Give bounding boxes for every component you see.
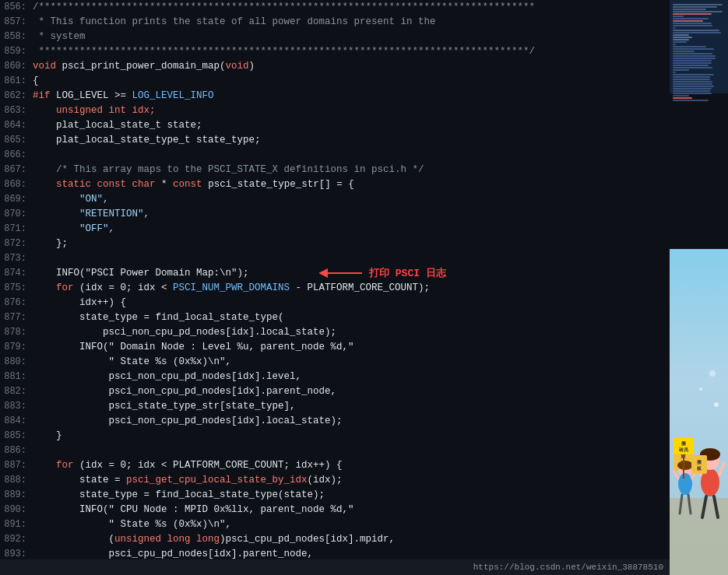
code-line: 870: "RETENTION", (0, 207, 670, 222)
line-number: 882: (0, 384, 33, 399)
svg-line-16 (673, 471, 678, 479)
line-text: state = psci_get_cpu_local_state_by_idx(… (33, 473, 343, 488)
line-text: " State %s (0x%x)\n", (33, 517, 231, 532)
code-editor: 856:/***********************************… (0, 0, 670, 575)
code-line: 881: psci_non_cpu_pd_nodes[idx].level, (0, 370, 670, 384)
minimap[interactable] (670, 0, 728, 249)
code-line: 886: (0, 444, 670, 458)
line-number: 880: (0, 355, 33, 370)
line-number: 859: (0, 44, 33, 59)
line-number: 878: (0, 325, 33, 340)
line-text: psci_non_cpu_pd_nodes[idx].level, (33, 370, 301, 384)
line-text: unsigned int idx; (33, 103, 156, 118)
line-number: 876: (0, 296, 33, 310)
code-line: 871: "OFF", (0, 222, 670, 237)
line-text: (unsigned long long)psci_cpu_pd_nodes[id… (33, 532, 395, 547)
blog-url: https://blog.csdn.net/weixin_38878510 (473, 563, 663, 572)
line-text: " State %s (0x%x)\n", (33, 355, 231, 370)
svg-text:搬: 搬 (681, 440, 687, 447)
svg-text:搬: 搬 (696, 459, 702, 465)
code-line: 889: state_type = find_local_state_type(… (0, 488, 670, 503)
line-text: psci_non_cpu_pd_nodes[idx].parent_node, (33, 384, 336, 399)
code-line: 875: for (idx = 0; idx < PSCI_NUM_PWR_DO… (0, 281, 670, 296)
line-number: 866: (0, 148, 33, 163)
line-text: plat_local_state_t state; (33, 118, 202, 133)
svg-point-29 (709, 370, 716, 377)
code-line: 868: static const char * const psci_stat… (0, 177, 670, 192)
line-number: 890: (0, 503, 33, 517)
line-number: 862: (0, 89, 33, 103)
line-number: 888: (0, 473, 33, 488)
line-number: 860: (0, 59, 33, 74)
line-number: 874: (0, 266, 33, 281)
svg-text:板: 板 (696, 465, 702, 472)
line-number: 885: (0, 429, 33, 444)
annotation-arrow: 打印 PSCI 日志 (319, 266, 446, 280)
svg-text:砖员: 砖员 (678, 447, 689, 453)
line-text: #if LOG_LEVEL >= LOG_LEVEL_INFO (33, 89, 214, 103)
code-line: 887: for (idx = 0; idx < PLATFORM_CORE_C… (0, 458, 670, 473)
line-number: 857: (0, 15, 33, 30)
code-line: 885: } (0, 429, 670, 444)
line-text: "ON", (33, 192, 109, 207)
svg-rect-2 (670, 498, 728, 575)
code-lines-container: 856:/***********************************… (0, 0, 670, 575)
code-line: 892: (unsigned long long)psci_cpu_pd_nod… (0, 532, 670, 547)
line-text: ****************************************… (33, 44, 535, 59)
code-line: 859: ***********************************… (0, 44, 670, 59)
line-text: INFO("PSCI Power Domain Map:\n"); (33, 266, 249, 281)
code-line: 876: idx++) { (0, 296, 670, 310)
line-number: 858: (0, 30, 33, 44)
code-line: 873: (0, 251, 670, 266)
line-text (33, 148, 39, 163)
code-line: 863: unsigned int idx; (0, 103, 670, 118)
line-number: 868: (0, 177, 33, 192)
code-line: 862:#if LOG_LEVEL >= LOG_LEVEL_INFO (0, 89, 670, 103)
line-number: 886: (0, 444, 33, 458)
line-text: static const char * const psci_state_typ… (33, 177, 354, 192)
line-text: psci_non_cpu_pd_nodes[idx].local_state); (33, 414, 343, 429)
code-line: 861:{ (0, 74, 670, 89)
svg-point-27 (714, 402, 719, 407)
code-line: 880: " State %s (0x%x)\n", (0, 355, 670, 370)
code-line: 866: (0, 148, 670, 163)
line-text: state_type = find_local_state_type( (33, 310, 284, 325)
line-number: 892: (0, 532, 33, 547)
line-text: psci_non_cpu_pd_nodes[idx].local_state); (33, 325, 336, 340)
line-number: 891: (0, 517, 33, 532)
right-sidebar: 黄 搬 搬 板 搬 砖员 (670, 0, 728, 575)
code-line: 879: INFO(" Domain Node : Level %u, pare… (0, 340, 670, 355)
code-line: 882: psci_non_cpu_pd_nodes[idx].parent_n… (0, 384, 670, 399)
svg-point-14 (677, 461, 693, 470)
line-text: void psci_print_power_domain_map(void) (33, 59, 255, 74)
annotation-text: 打印 PSCI 日志 (369, 266, 446, 280)
line-number: 867: (0, 163, 33, 177)
bottom-bar: https://blog.csdn.net/weixin_38878510 (0, 559, 670, 575)
line-number: 865: (0, 133, 33, 148)
svg-point-28 (699, 387, 702, 391)
line-text: * This function prints the state of all … (33, 15, 436, 30)
line-number: 875: (0, 281, 33, 296)
line-number: 881: (0, 370, 33, 384)
line-number: 861: (0, 74, 33, 89)
code-line: 867: /* This array maps to the PSCI_STAT… (0, 163, 670, 177)
code-line: 857: * This function prints the state of… (0, 15, 670, 30)
line-text: /* This array maps to the PSCI_STATE_X d… (33, 163, 424, 177)
code-line: 888: state = psci_get_cpu_local_state_by… (0, 473, 670, 488)
line-number: 873: (0, 251, 33, 266)
cartoon-svg: 黄 搬 搬 板 搬 砖员 (670, 249, 728, 575)
line-text: } (33, 429, 62, 444)
svg-point-15 (678, 473, 692, 495)
line-number: 863: (0, 103, 33, 118)
line-number: 864: (0, 118, 33, 133)
code-line: 860:void psci_print_power_domain_map(voi… (0, 59, 670, 74)
code-line: 864: plat_local_state_t state; (0, 118, 670, 133)
line-number: 870: (0, 207, 33, 222)
line-text: for (idx = 0; idx < PLATFORM_CORE_COUNT;… (33, 458, 343, 473)
line-number: 889: (0, 488, 33, 503)
line-number: 856: (0, 0, 33, 15)
code-line: 856:/***********************************… (0, 0, 670, 15)
svg-line-7 (719, 463, 724, 475)
line-text: * system (33, 30, 86, 44)
line-text: for (idx = 0; idx < PSCI_NUM_PWR_DOMAINS… (33, 281, 430, 296)
